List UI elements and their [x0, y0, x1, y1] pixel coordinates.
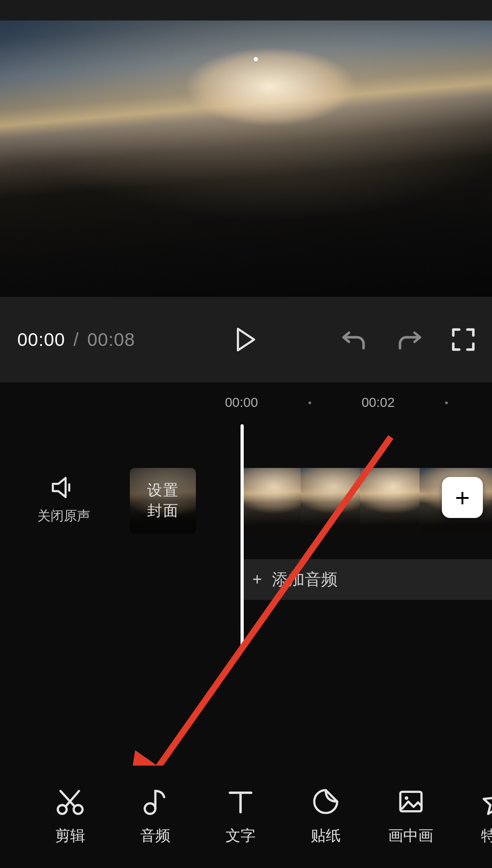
undo-button[interactable] — [341, 328, 367, 351]
ruler-mark-1: 00:02 — [362, 395, 395, 410]
svg-point-5 — [405, 796, 408, 800]
tool-effect[interactable]: 特效 — [453, 787, 492, 846]
time-display: 00:00 / 00:08 — [17, 330, 135, 350]
redo-button[interactable] — [396, 328, 423, 351]
picture-icon — [397, 787, 425, 816]
text-icon — [226, 787, 255, 816]
tool-cut[interactable]: 剪辑 — [27, 787, 113, 846]
speaker-icon — [51, 476, 77, 499]
mute-label: 关闭原声 — [37, 507, 90, 525]
svg-point-3 — [144, 803, 155, 814]
tool-label-pip: 画中画 — [388, 826, 433, 846]
time-ruler: 00:00 00:02 — [0, 395, 492, 413]
add-audio-track[interactable]: + 添加音频 — [241, 559, 492, 600]
ruler-dot-1 — [308, 401, 311, 404]
current-time: 00:00 — [17, 330, 65, 350]
preview-viewport[interactable] — [0, 20, 492, 297]
cover-line-1: 设置 — [147, 480, 179, 501]
cover-line-2: 封面 — [147, 501, 179, 521]
tool-label-audio: 音频 — [140, 826, 170, 846]
plus-icon: + — [455, 483, 470, 513]
plus-icon: + — [252, 570, 262, 589]
add-audio-label: 添加音频 — [272, 569, 338, 591]
ruler-mark-0: 00:00 — [225, 395, 258, 410]
add-clip-button[interactable]: + — [442, 477, 483, 518]
play-icon — [236, 328, 256, 351]
time-separator: / — [65, 330, 87, 350]
undo-icon — [341, 328, 367, 351]
tool-label-effect: 特效 — [481, 826, 492, 846]
tool-label-text: 文字 — [226, 826, 256, 846]
timeline[interactable]: 00:00 00:02 关闭原声 设置 封面 — [0, 382, 492, 766]
fullscreen-icon — [452, 328, 475, 351]
tool-audio[interactable]: 音频 — [113, 787, 198, 846]
total-time: 00:08 — [87, 330, 135, 350]
playhead[interactable] — [241, 424, 244, 650]
fullscreen-button[interactable] — [452, 328, 475, 351]
tool-sticker[interactable]: 贴纸 — [283, 787, 368, 846]
status-bar — [0, 0, 492, 20]
set-cover-button[interactable]: 设置 封面 — [130, 468, 196, 534]
mute-original-audio[interactable]: 关闭原声 — [0, 476, 128, 525]
scissors-icon — [56, 787, 84, 816]
play-button[interactable] — [236, 328, 256, 351]
tool-label-sticker: 贴纸 — [311, 826, 341, 846]
star-icon — [482, 787, 492, 816]
sticker-icon — [312, 787, 340, 816]
redo-icon — [396, 328, 423, 351]
bottom-toolbar: 剪辑 音频 文字 贴纸 — [0, 766, 492, 868]
transport-bar: 00:00 / 00:08 — [0, 297, 492, 382]
tool-text[interactable]: 文字 — [198, 787, 283, 846]
music-note-icon — [141, 787, 169, 816]
ruler-dot-2 — [445, 401, 448, 404]
tool-label-cut: 剪辑 — [55, 826, 85, 846]
tool-pip[interactable]: 画中画 — [368, 787, 453, 846]
